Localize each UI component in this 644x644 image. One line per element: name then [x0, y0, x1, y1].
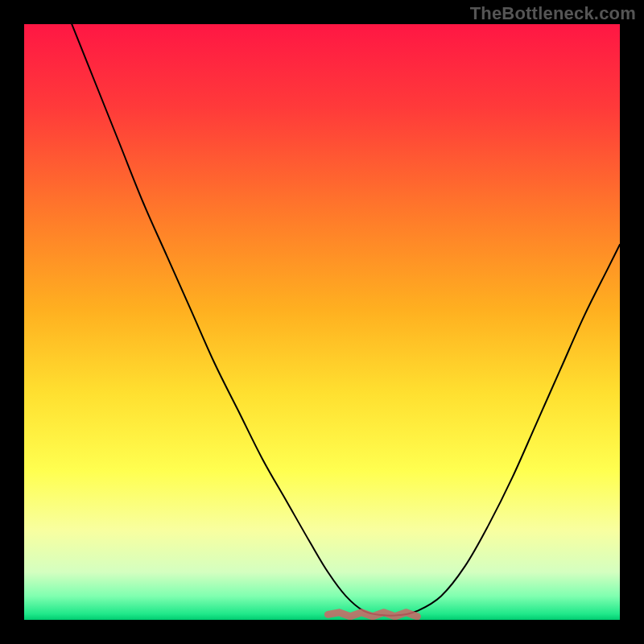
bottleneck-curve: [72, 24, 620, 616]
plot-area: [24, 24, 620, 620]
chart-frame: TheBottleneck.com: [0, 0, 644, 644]
optimal-band-marker: [328, 613, 417, 617]
watermark-text: TheBottleneck.com: [470, 3, 636, 24]
curve-layer: [24, 24, 620, 620]
